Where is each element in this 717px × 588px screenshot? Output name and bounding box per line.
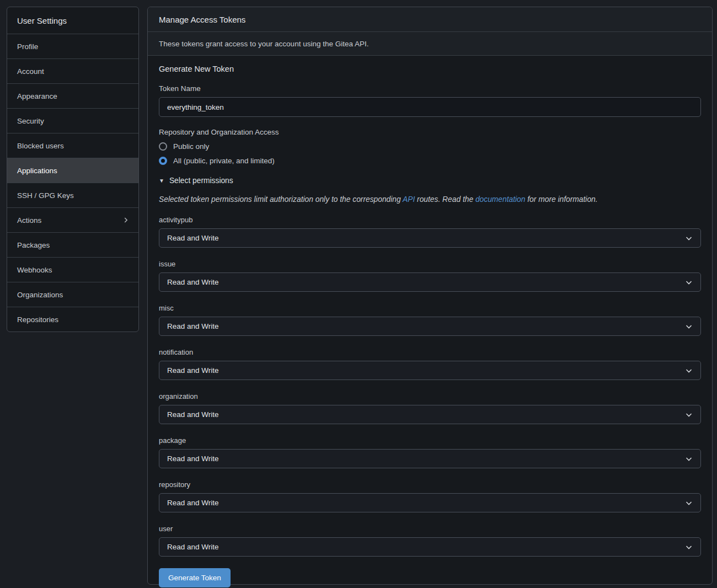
api-link[interactable]: API [403,195,415,204]
caret-down-icon: ▼ [159,178,164,184]
perm-select-notification[interactable]: Read and Write [159,361,701,380]
radio-all-access-label: All (public, private, and limited) [173,157,275,165]
sidebar-item-applications[interactable]: Applications [7,158,138,183]
sidebar-item-webhooks[interactable]: Webhooks [7,257,138,282]
perm-label-issue: issue [159,260,701,268]
perm-select-user[interactable]: Read and Write [159,537,701,557]
perm-label-user: user [159,525,701,533]
radio-all-access[interactable]: All (public, private, and limited) [159,157,701,165]
sidebar-item-account[interactable]: Account [7,58,138,83]
sidebar-item-profile[interactable]: Profile [7,34,138,58]
documentation-link[interactable]: documentation [475,195,526,204]
sidebar-item-organizations[interactable]: Organizations [7,282,138,307]
token-name-label: Token Name [159,84,701,93]
perm-label-package: package [159,436,701,445]
settings-sidebar: User Settings Profile Account Appearance… [7,7,139,332]
select-permissions-label: Select permissions [169,177,233,185]
perm-label-organization: organization [159,392,701,400]
access-scope-label: Repository and Organization Access [159,128,701,136]
token-name-input[interactable] [159,97,701,117]
perm-label-activitypub: activitypub [159,216,701,224]
sidebar-item-actions[interactable]: Actions [7,207,138,232]
sidebar-item-blocked-users[interactable]: Blocked users [7,133,138,158]
chevron-down-icon [684,543,693,552]
sidebar-item-appearance[interactable]: Appearance [7,83,138,108]
panel-description: These tokens grant access to your accoun… [148,31,712,56]
generate-token-form: Generate New Token Token Name Repository… [148,56,712,588]
chevron-down-icon [684,410,693,419]
perm-label-notification: notification [159,348,701,356]
chevron-down-icon [684,234,693,243]
chevron-down-icon [684,455,693,463]
chevron-right-icon [122,216,130,224]
chevron-down-icon [684,366,693,375]
perm-select-package[interactable]: Read and Write [159,449,701,468]
permissions-note: Selected token permissions limit authori… [159,195,701,204]
perm-select-issue[interactable]: Read and Write [159,272,701,292]
generate-token-button[interactable]: Generate Token [159,568,231,587]
radio-public-only[interactable]: Public only [159,142,701,151]
perm-select-organization[interactable]: Read and Write [159,405,701,424]
perm-select-misc[interactable]: Read and Write [159,317,701,336]
radio-selected-icon [159,157,167,165]
radio-unselected-icon [159,142,167,151]
chevron-down-icon [684,499,693,507]
panel-title: Manage Access Tokens [148,7,712,31]
sidebar-item-repositories[interactable]: Repositories [7,307,138,332]
perm-select-repository[interactable]: Read and Write [159,493,701,512]
manage-access-tokens-panel: Manage Access Tokens These tokens grant … [147,7,713,585]
sidebar-title: User Settings [7,7,138,34]
perm-label-repository: repository [159,480,701,489]
perm-select-activitypub[interactable]: Read and Write [159,228,701,248]
chevron-down-icon [684,322,693,331]
sidebar-item-packages[interactable]: Packages [7,232,138,257]
chevron-down-icon [684,278,693,287]
generate-new-token-heading: Generate New Token [159,65,701,73]
perm-label-misc: misc [159,304,701,312]
radio-public-only-label: Public only [173,142,209,151]
select-permissions-toggle[interactable]: ▼ Select permissions [159,177,701,185]
sidebar-item-ssh-gpg-keys[interactable]: SSH / GPG Keys [7,183,138,207]
sidebar-item-security[interactable]: Security [7,108,138,133]
